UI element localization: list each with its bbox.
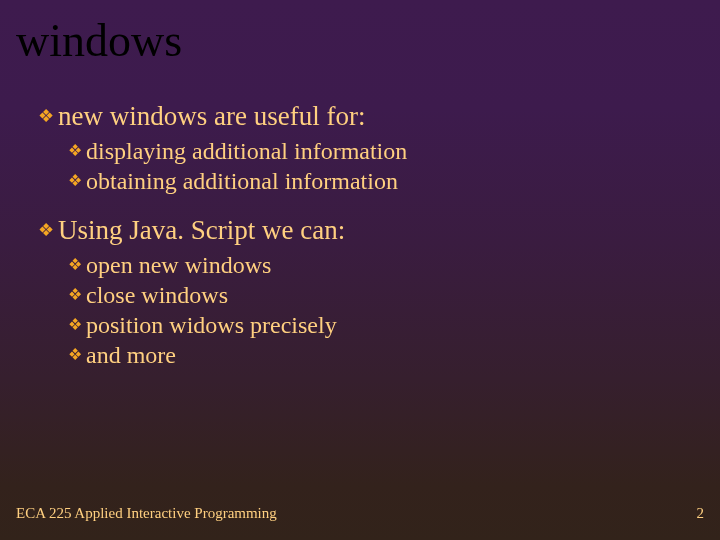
bullet-text: close windows — [86, 282, 228, 308]
bullet-l1: ❖Using Java. Script we can: — [38, 214, 407, 248]
bullet-l2: ❖position widows precisely — [68, 310, 407, 340]
bullet-l2: ❖obtaining additional information — [68, 166, 407, 196]
spacer — [38, 196, 407, 210]
slide: windows ❖new windows are useful for: ❖di… — [0, 0, 720, 540]
bullet-l2: ❖displaying additional information — [68, 136, 407, 166]
diamond-bullet-icon: ❖ — [68, 285, 82, 304]
bullet-l2: ❖and more — [68, 340, 407, 370]
diamond-bullet-icon: ❖ — [38, 106, 54, 128]
slide-number: 2 — [697, 505, 705, 522]
diamond-bullet-icon: ❖ — [68, 255, 82, 274]
bullet-text: obtaining additional information — [86, 168, 398, 194]
bullet-text: open new windows — [86, 252, 271, 278]
bullet-l1: ❖new windows are useful for: — [38, 100, 407, 134]
footer-left: ECA 225 Applied Interactive Programming — [16, 505, 277, 522]
bullet-text: Using Java. Script we can: — [58, 215, 345, 245]
slide-title: windows — [16, 14, 182, 67]
diamond-bullet-icon: ❖ — [68, 141, 82, 160]
bullet-text: displaying additional information — [86, 138, 407, 164]
bullet-text: and more — [86, 342, 176, 368]
bullet-text: position widows precisely — [86, 312, 337, 338]
slide-footer: ECA 225 Applied Interactive Programming … — [16, 505, 704, 522]
slide-content: ❖new windows are useful for: ❖displaying… — [38, 96, 407, 370]
bullet-text: new windows are useful for: — [58, 101, 365, 131]
diamond-bullet-icon: ❖ — [68, 171, 82, 190]
bullet-l2: ❖close windows — [68, 280, 407, 310]
diamond-bullet-icon: ❖ — [38, 220, 54, 242]
bullet-l2: ❖open new windows — [68, 250, 407, 280]
diamond-bullet-icon: ❖ — [68, 345, 82, 364]
diamond-bullet-icon: ❖ — [68, 315, 82, 334]
